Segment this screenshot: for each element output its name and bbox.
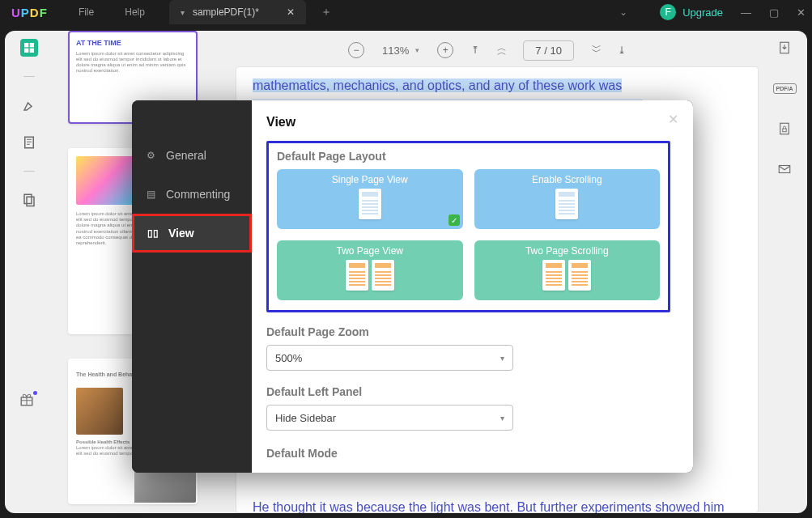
chevron-down-icon: ▾ [415, 46, 419, 54]
panel-title: View [266, 115, 670, 130]
svg-rect-4 [25, 137, 34, 148]
default-page-layout-section: Default Page Layout Single Page View ✓ E… [266, 141, 670, 312]
page-indicator[interactable]: 7 / 10 [523, 40, 574, 61]
pdfa-icon[interactable]: PDF/A [776, 79, 793, 97]
upgrade-label: Upgrade [682, 6, 723, 19]
first-page-icon[interactable]: ⤒ [471, 45, 479, 56]
tab-close-icon[interactable]: ✕ [287, 6, 295, 18]
section-label: Default Page Layout [277, 150, 660, 163]
workarea: AT THE TIME Lorem ipsum dolor sit amet c… [5, 31, 807, 513]
page-preview-icon [542, 260, 565, 291]
titlebar: U P D F File Help ▾ samplePDF(1)* ✕ ＋ ⌄ … [0, 0, 812, 24]
page-current: 7 [535, 45, 541, 57]
gift-icon[interactable] [19, 393, 34, 411]
sidebar-item-view[interactable]: ▯▯ View [132, 214, 252, 253]
chevron-down-icon: ▾ [500, 414, 504, 422]
window-maximize-icon[interactable]: ▢ [769, 6, 779, 19]
menu-help[interactable]: Help [125, 6, 145, 18]
upgrade-button[interactable]: F Upgrade [660, 4, 723, 20]
right-tool-rail: PDF/A [762, 39, 807, 178]
preferences-content: View Default Page Layout Single Page Vie… [252, 100, 693, 473]
avatar: F [660, 4, 676, 20]
document-tab[interactable]: ▾ samplePDF(1)* ✕ [169, 0, 306, 24]
logo-letter: U [11, 6, 21, 19]
page-total: 10 [550, 45, 561, 57]
mail-icon[interactable] [776, 160, 793, 178]
page-sep: / [542, 45, 551, 57]
thumb9-image-cat [76, 388, 123, 435]
sidebar-item-general[interactable]: ⚙ General [132, 136, 252, 175]
comment-icon: ▤ [145, 189, 156, 200]
select-value: Hide Sidebar [275, 412, 336, 424]
option-two-page-view[interactable]: Two Page View [277, 240, 463, 300]
svg-rect-10 [783, 129, 787, 132]
default-left-panel-select[interactable]: Hide Sidebar ▾ [266, 405, 513, 431]
pages-icon[interactable] [20, 191, 38, 209]
default-left-panel-section: Default Left Panel Hide Sidebar ▾ [266, 385, 670, 431]
app-logo: U P D F [11, 6, 48, 19]
logo-letter: F [40, 6, 48, 19]
window-minimize-icon[interactable]: — [741, 6, 751, 19]
page-preview-icon [555, 189, 578, 219]
left-tool-rail [5, 31, 53, 513]
next-page-icon[interactable]: ﹀﹀ [592, 46, 600, 54]
default-page-zoom-section: Default Page Zoom 500% ▾ [266, 325, 670, 371]
highlight-icon[interactable] [20, 96, 38, 114]
chevron-down-icon: ▾ [500, 354, 504, 363]
sidebar-item-commenting[interactable]: ▤ Commenting [132, 175, 252, 214]
option-two-page-scrolling[interactable]: Two Page Scrolling [474, 240, 661, 300]
svg-rect-5 [24, 194, 32, 203]
option-label: Two Page Scrolling [525, 245, 609, 257]
page-preview-icon [346, 260, 368, 291]
select-value: 500% [275, 352, 302, 364]
logo-letter: P [21, 6, 30, 19]
book-icon: ▯▯ [147, 227, 159, 239]
dialog-close-icon[interactable]: ✕ [668, 112, 678, 127]
bookmark-icon[interactable] [20, 134, 38, 151]
page-preview-icon [359, 189, 381, 219]
last-page-icon[interactable]: ⤓ [618, 45, 626, 56]
document-toolbar: − 113% ▾ + ⤒ ︿︿ 7 / 10 ﹀﹀ ⤓ [212, 37, 762, 63]
option-label: Enable Scrolling [532, 174, 602, 185]
svg-rect-1 [30, 43, 34, 47]
zoom-percentage[interactable]: 113% ▾ [382, 45, 419, 57]
menu-file[interactable]: File [79, 6, 94, 18]
svg-rect-0 [24, 43, 28, 47]
section-label: Default Left Panel [266, 385, 670, 398]
checkmark-icon: ✓ [449, 214, 460, 226]
preferences-dialog: ✕ ⚙ General ▤ Commenting ▯▯ View View De… [132, 100, 693, 473]
divider [23, 76, 35, 77]
doc-selected-text: mathematics, mechanics, and optics, and … [253, 79, 622, 92]
thumb7-text: Lorem ipsum dolor sit amet consectetur a… [76, 51, 189, 74]
window-close-icon[interactable]: ✕ [797, 6, 806, 19]
zoom-out-button[interactable]: − [348, 42, 364, 58]
default-zoom-select[interactable]: 500% ▾ [266, 345, 513, 371]
doc-body-text: He thought it was because the light was … [253, 497, 742, 513]
prev-page-icon[interactable]: ︿︿ [497, 46, 505, 54]
svg-rect-2 [24, 49, 28, 53]
option-enable-scrolling[interactable]: Enable Scrolling [474, 169, 661, 229]
svg-rect-11 [779, 166, 790, 173]
logo-letter: D [30, 6, 40, 19]
thumbnails-icon[interactable] [20, 39, 38, 57]
protect-icon[interactable] [776, 120, 793, 138]
sidebar-item-label: General [166, 149, 206, 162]
svg-rect-6 [27, 197, 34, 206]
option-label: Single Page View [332, 174, 408, 185]
option-label: Two Page View [337, 245, 404, 257]
chevron-down-icon[interactable]: ⌄ [619, 6, 627, 18]
tab-dropdown-icon[interactable]: ▾ [181, 8, 185, 17]
new-tab-icon[interactable]: ＋ [321, 5, 332, 19]
section-label: Default Page Zoom [266, 325, 670, 338]
svg-rect-3 [30, 49, 34, 53]
zoom-value: 113% [382, 45, 409, 57]
zoom-in-button[interactable]: + [437, 42, 453, 58]
default-mode-section: Default Mode [266, 447, 670, 460]
page-preview-icon [372, 260, 394, 291]
tab-title: samplePDF(1)* [193, 6, 259, 18]
export-icon[interactable] [776, 39, 793, 57]
option-single-page-view[interactable]: Single Page View ✓ [277, 169, 463, 229]
gear-icon: ⚙ [145, 150, 156, 161]
divider [23, 171, 35, 172]
preferences-sidebar: ⚙ General ▤ Commenting ▯▯ View [132, 100, 252, 473]
